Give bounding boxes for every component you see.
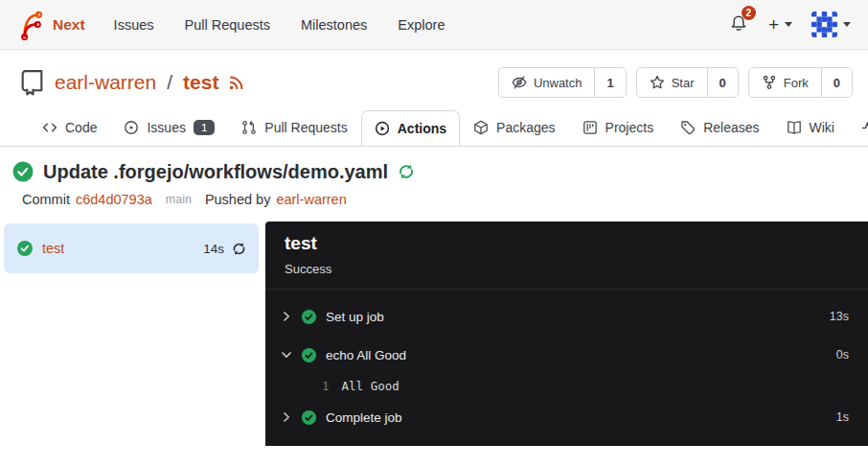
tab-wiki-label: Wiki [810, 120, 834, 135]
pushed-by-label: Pushed by [205, 192, 271, 207]
tab-packages[interactable]: Packages [460, 109, 568, 146]
nav-item-explore[interactable]: Explore [382, 17, 460, 33]
log-line: 1 All Good [281, 374, 849, 398]
notifications-button[interactable]: 2 [728, 10, 749, 39]
chevron-down-icon [281, 349, 292, 361]
stars-count[interactable]: 0 [707, 68, 738, 97]
step-duration: 1s [836, 410, 849, 424]
step-label: Set up job [326, 310, 384, 324]
rss-icon[interactable] [228, 75, 244, 91]
repo-title: earl-warren / test [19, 68, 244, 97]
step-duration: 13s [830, 310, 849, 323]
fork-button[interactable]: Fork [749, 68, 821, 97]
caret-down-icon [843, 22, 851, 27]
tab-packages-label: Packages [496, 120, 555, 135]
notification-count-badge: 2 [742, 6, 756, 20]
forks-count[interactable]: 0 [821, 68, 852, 97]
tab-projects[interactable]: Projects [569, 109, 668, 146]
job-name: test [42, 241, 64, 256]
tab-issues[interactable]: Issues 1 [110, 109, 228, 146]
commit-sha-link[interactable]: c6d4d0793a [76, 192, 152, 207]
issues-count-badge: 1 [194, 120, 215, 135]
tab-actions[interactable]: Actions [361, 110, 460, 147]
tab-actions-label: Actions [398, 121, 446, 136]
tab-activity[interactable]: Activity [848, 109, 868, 146]
tab-code[interactable]: Code [29, 109, 110, 146]
check-circle-icon [301, 347, 317, 363]
eye-slash-icon [512, 75, 527, 90]
job-steps: Set up job 13s echo All Good 0s 1 All Go… [265, 290, 868, 436]
fork-button-group: Fork 0 [748, 67, 853, 98]
project-icon [582, 120, 598, 135]
job-list: test 14s [0, 222, 265, 446]
repo-action-buttons: Unwatch 1 Star 0 [498, 67, 853, 98]
repo-book-icon [19, 68, 45, 97]
repo-tab-bar: Code Issues 1 Pull Requests Actions [0, 104, 868, 147]
job-title: test [285, 233, 849, 254]
log-line-text: All Good [342, 379, 400, 393]
tab-issues-label: Issues [147, 120, 185, 135]
book-open-icon [787, 120, 802, 135]
job-duration: 14s [203, 242, 224, 256]
forgejo-logo-icon [17, 10, 44, 40]
star-icon [650, 75, 665, 90]
nav-item-milestones[interactable]: Milestones [286, 17, 382, 33]
repo-header: earl-warren / test Unwatch [0, 50, 868, 104]
log-line-number: 1 [322, 379, 330, 393]
run-detail-area: test 14s test Success [0, 222, 868, 446]
workflow-run-header: Update .forgejo/workflows/demo.yaml Comm… [0, 147, 868, 207]
tab-pull-requests-label: Pull Requests [264, 120, 347, 135]
brand-label: Next [53, 16, 85, 34]
chevron-right-icon [281, 311, 292, 322]
check-circle-icon [11, 160, 34, 183]
create-new-menu[interactable]: + [768, 15, 792, 34]
nav-item-issues[interactable]: Issues [99, 17, 170, 33]
navbar-links: Issues Pull Requests Milestones Explore [99, 17, 461, 33]
unwatch-button[interactable]: Unwatch [499, 68, 595, 97]
issue-opened-icon [124, 120, 139, 135]
check-circle-icon [301, 409, 317, 426]
job-list-item[interactable]: test 14s [4, 223, 259, 273]
repo-owner-link[interactable]: earl-warren [55, 71, 156, 94]
tab-wiki[interactable]: Wiki [773, 109, 848, 146]
navbar-right: 2 + [728, 10, 851, 39]
run-title: Update .forgejo/workflows/demo.yaml [43, 161, 388, 183]
step-row-complete[interactable]: Complete job 1s [281, 398, 849, 436]
step-row-setup[interactable]: Set up job 13s [281, 297, 849, 336]
step-row-echo[interactable]: echo All Good 0s [281, 336, 849, 374]
nav-item-pull-requests[interactable]: Pull Requests [170, 17, 286, 33]
home-link[interactable]: Next [17, 10, 85, 40]
commit-info: Commit c6d4d0793a main Pushed by earl-wa… [11, 192, 853, 207]
user-menu[interactable] [811, 12, 851, 37]
rerun-sync-icon[interactable] [397, 162, 416, 181]
star-button[interactable]: Star [637, 68, 707, 97]
tab-code-label: Code [65, 120, 97, 135]
tab-pull-requests[interactable]: Pull Requests [228, 109, 360, 146]
check-circle-icon [16, 240, 34, 257]
job-log-panel: test Success Set up job 13s [265, 222, 868, 446]
caret-down-icon [785, 22, 792, 27]
pulse-icon [861, 120, 868, 135]
branch-label[interactable]: main [166, 193, 192, 206]
package-icon [473, 120, 489, 135]
step-label: Complete job [326, 410, 402, 425]
repo-separator: / [167, 71, 172, 94]
star-button-group: Star 0 [636, 67, 739, 98]
unwatch-label: Unwatch [534, 76, 582, 90]
fork-label: Fork [784, 76, 809, 90]
tab-releases[interactable]: Releases [667, 109, 772, 146]
pusher-link[interactable]: earl-warren [276, 192, 346, 207]
tab-projects-label: Projects [605, 120, 654, 135]
repo-name-link[interactable]: test [183, 71, 218, 94]
play-circle-icon [375, 121, 390, 136]
git-pull-request-icon [241, 120, 257, 135]
avatar [811, 12, 837, 37]
check-circle-icon [301, 309, 317, 325]
job-log-header: test Success [265, 222, 868, 290]
rerun-job-icon[interactable] [231, 241, 247, 257]
tab-releases-label: Releases [703, 120, 759, 135]
star-label: Star [672, 76, 695, 90]
plus-icon: + [768, 15, 779, 34]
watchers-count[interactable]: 1 [594, 68, 625, 97]
job-status: Success [285, 262, 849, 276]
